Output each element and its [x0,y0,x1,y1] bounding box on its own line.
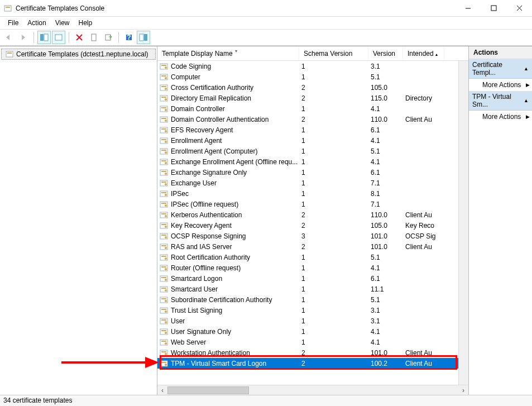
col-template-name[interactable]: Template Display Name [157,47,299,60]
certificate-icon [160,307,169,314]
page-button[interactable] [87,31,100,44]
svg-rect-29 [161,97,166,98]
certificate-icon [160,254,169,261]
svg-rect-8 [55,35,62,40]
toolbar: ? [0,29,532,46]
cell-name: Cross Certification Authority [171,84,301,92]
actions-pane-button[interactable] [137,31,150,44]
menu-file[interactable]: File [3,18,23,28]
minimize-button[interactable] [455,0,481,17]
svg-point-33 [165,109,167,111]
cell-name: Key Recovery Agent [171,222,301,230]
table-row[interactable]: User13.1 [157,316,458,326]
help-button[interactable]: ? [122,31,136,44]
show-tree-button[interactable] [37,31,51,44]
table-row[interactable]: Smartcard Logon16.1 [157,273,458,284]
table-row[interactable]: IPSec18.1 [157,188,458,199]
svg-rect-23 [161,75,166,77]
table-row[interactable]: Enrollment Agent (Computer)15.1 [157,146,458,156]
list-pane: Template Display Name Schema Version Ver… [157,46,469,395]
export-button[interactable] [102,31,115,44]
cell-name: Domain Controller [171,105,301,113]
table-row[interactable]: Web Server14.1 [157,337,458,347]
menu-help[interactable]: Help [74,18,97,28]
svg-rect-53 [161,181,166,183]
svg-rect-38 [161,128,166,130]
action-group-selected[interactable]: TPM - Virtual Sm...▲ [469,91,532,111]
action-more-templates[interactable]: More Actions▶ [469,79,532,91]
svg-point-90 [165,311,167,313]
table-row[interactable]: Exchange Enrollment Agent (Offline requ.… [157,156,458,167]
cell-name: Enrollment Agent (Computer) [171,147,301,155]
table-row[interactable]: Domain Controller14.1 [157,103,458,114]
cell-schema: 1 [301,169,371,176]
cell-schema: 1 [301,126,371,134]
svg-point-72 [165,247,167,249]
cell-name: Code Signing [171,63,301,70]
back-button[interactable] [2,31,16,44]
collapse-icon: ▲ [524,98,529,103]
action-more-selected[interactable]: More Actions▶ [469,111,532,123]
table-row[interactable]: Router (Offline request)14.1 [157,262,458,273]
table-row[interactable]: User Signature Only14.1 [157,326,458,337]
svg-rect-16 [144,34,147,41]
table-row[interactable]: RAS and IAS Server2101.0Client Au [157,241,458,252]
svg-rect-77 [161,266,166,268]
cell-name: User Signature Only [171,328,301,336]
table-row[interactable]: Code Signing13.1 [157,61,458,71]
table-row[interactable]: Domain Controller Authentication2110.0Cl… [157,114,458,125]
scroll-left-icon[interactable]: ‹ [157,385,167,395]
svg-rect-98 [161,341,166,342]
menu-action[interactable]: Action [23,18,50,28]
menu-view[interactable]: View [51,18,74,28]
table-row[interactable]: IPSec (Offline request)17.1 [157,199,458,209]
table-row[interactable]: Smartcard User111.1 [157,284,458,294]
cell-version: 101.0 [371,232,405,240]
close-button[interactable] [506,0,532,17]
svg-point-99 [165,342,167,345]
scroll-thumb[interactable] [167,386,249,394]
col-version[interactable]: Version [368,47,403,60]
certificate-icon [160,158,169,166]
svg-rect-44 [161,150,166,151]
table-row[interactable]: EFS Recovery Agent16.1 [157,125,458,135]
table-row[interactable]: Key Recovery Agent2105.0Key Reco [157,220,458,231]
svg-rect-3 [491,6,496,11]
col-schema-version[interactable]: Schema Version [299,47,368,60]
vertical-scrollbar[interactable] [458,61,468,385]
cell-version: 6.1 [371,169,405,176]
svg-point-96 [165,332,167,334]
table-row[interactable]: Trust List Signing13.1 [157,305,458,316]
window-title: Certificate Templates Console [16,4,104,12]
horizontal-scrollbar[interactable]: ‹ › [157,385,468,395]
svg-point-84 [165,289,167,292]
table-row[interactable]: Exchange User17.1 [157,178,458,188]
svg-rect-56 [161,192,166,193]
cell-version: 115.0 [371,94,405,102]
maximize-button[interactable] [481,0,506,17]
forward-button[interactable] [17,31,30,44]
table-row[interactable]: Cross Certification Authority2105.0 [157,82,458,93]
svg-rect-47 [161,160,166,161]
tree-root-item[interactable]: Certificate Templates (dctest1.neptune.l… [1,49,156,60]
action-group-templates[interactable]: Certificate Templ...▲ [469,59,532,79]
certificate-icon [160,328,169,336]
svg-rect-1 [6,7,10,8]
svg-point-54 [165,183,167,185]
table-row[interactable]: OCSP Response Signing3101.0OCSP Sig [157,231,458,241]
properties-button[interactable] [52,31,65,44]
list-header: Template Display Name Schema Version Ver… [157,46,468,61]
svg-point-81 [165,279,167,281]
table-row[interactable]: Root Certification Authority15.1 [157,252,458,262]
table-row[interactable]: Directory Email Replication2115.0Directo… [157,93,458,103]
svg-rect-62 [161,213,166,214]
table-row[interactable]: Enrollment Agent14.1 [157,135,458,146]
col-intended[interactable]: Intended ▴ [403,47,444,60]
delete-button[interactable] [73,31,86,44]
cell-version: 7.1 [371,179,405,187]
scroll-right-icon[interactable]: › [458,385,468,395]
table-row[interactable]: Exchange Signature Only16.1 [157,167,458,178]
table-row[interactable]: Computer15.1 [157,71,458,82]
table-row[interactable]: Subordinate Certification Authority15.1 [157,294,458,305]
table-row[interactable]: Kerberos Authentication2110.0Client Au [157,209,458,220]
